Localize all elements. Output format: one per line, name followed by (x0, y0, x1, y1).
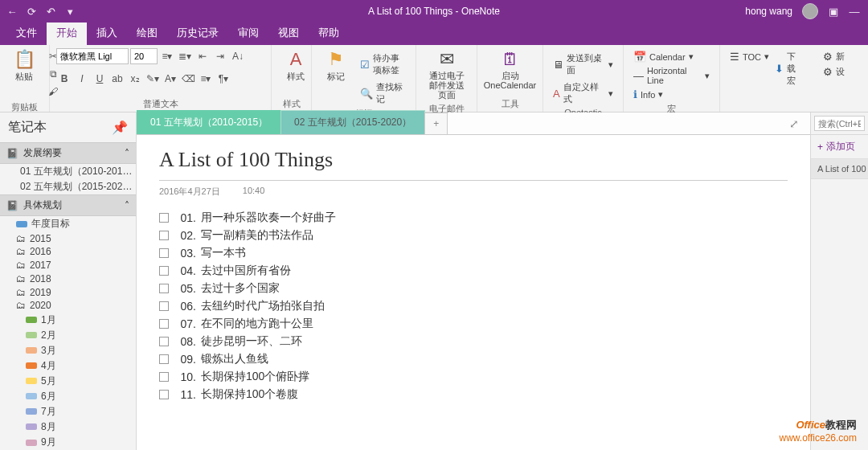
sidebar-item[interactable]: 01 五年规划（2010-201… (0, 164, 136, 179)
search-input[interactable] (814, 116, 865, 131)
checkbox-icon[interactable] (159, 337, 169, 346)
nav-back-icon[interactable]: ← (6, 6, 18, 17)
checkbox-icon[interactable] (159, 248, 169, 258)
send-desktop-button[interactable]: 🖥发送到桌面▾ (550, 51, 616, 77)
numbering-icon[interactable]: ≣▾ (177, 48, 193, 64)
todo-item[interactable]: 05.去过十多个国家 (159, 280, 788, 297)
pin-icon[interactable]: 📌 (112, 120, 128, 135)
highlight-icon[interactable]: ✎▾ (145, 71, 161, 87)
checkbox-icon[interactable] (159, 301, 169, 311)
user-name[interactable]: hong wang (745, 6, 792, 17)
sync-icon[interactable]: ⟳ (26, 6, 37, 17)
indent-icon[interactable]: ⇥ (212, 48, 228, 64)
minimize-icon[interactable]: — (849, 6, 860, 17)
checkbox-icon[interactable] (159, 390, 169, 399)
page-title[interactable]: A List of 100 Things (159, 148, 788, 181)
todo-item[interactable]: 07.在不同的地方跑十公里 (159, 315, 788, 333)
todo-item[interactable]: 08.徒步昆明一环、二环 (159, 333, 788, 350)
onecalendar-button[interactable]: 🗓启动OneCalendar (484, 48, 536, 92)
sidebar-subitem[interactable]: 6月 (0, 389, 136, 404)
italic-icon[interactable]: I (74, 71, 90, 87)
todo-tag-button[interactable]: ☑待办事项标签 (357, 51, 409, 77)
sidebar-item[interactable]: 🗂2020 (0, 299, 136, 313)
sidebar-section-2[interactable]: 📓具体规划˄ (0, 194, 136, 216)
checkbox-icon[interactable] (159, 213, 169, 223)
sidebar-subitem[interactable]: 2月 (0, 328, 136, 343)
sidebar-section-1[interactable]: 📓发展纲要˄ (0, 142, 136, 164)
align-icon[interactable]: ≡▾ (198, 71, 214, 87)
custom-styles-button[interactable]: A自定义样式▾ (550, 80, 616, 106)
sidebar-item[interactable]: 🗂2019 (0, 285, 136, 299)
bold-icon[interactable]: B (56, 71, 72, 87)
sidebar-subitem[interactable]: 4月 (0, 358, 136, 374)
sidebar-subitem[interactable]: 9月 (0, 435, 136, 450)
checkbox-icon[interactable] (159, 354, 169, 364)
tab-history[interactable]: 历史记录 (167, 22, 228, 45)
qat-dropdown-icon[interactable]: ▾ (64, 6, 76, 17)
paragraph-icon[interactable]: ¶▾ (215, 71, 231, 87)
sidebar-subitem[interactable]: 1月 (0, 313, 136, 328)
todo-list[interactable]: 01.用一种乐器吹奏一个好曲子02.写一副精美的书法作品03.写一本书04.去过… (159, 209, 788, 403)
ribbon-display-icon[interactable]: ▣ (828, 6, 839, 17)
underline-icon[interactable]: U (92, 71, 108, 87)
tab-view[interactable]: 视图 (268, 22, 309, 45)
macro-hr-button[interactable]: —Horizontal Line▾ (630, 65, 713, 86)
macro-settings-button[interactable]: ⚙设 (820, 65, 848, 79)
todo-item[interactable]: 03.写一本书 (159, 244, 788, 262)
todo-item[interactable]: 09.锻炼出人鱼线 (159, 350, 788, 368)
section-tab-active[interactable]: 01 五年规划（2010-2015） (137, 110, 281, 134)
page-list-item[interactable]: A List of 100 (811, 159, 868, 179)
font-name-input[interactable] (56, 48, 129, 64)
paste-button[interactable]: 📋 粘贴 (6, 48, 42, 84)
checkbox-icon[interactable] (159, 372, 169, 382)
subscript-icon[interactable]: x₂ (127, 71, 143, 87)
sidebar-subitem[interactable]: 7月 (0, 404, 136, 419)
section-tab[interactable]: 02 五年规划（2015-2020） (280, 110, 425, 134)
clear-format-icon[interactable]: ⌫ (180, 71, 196, 87)
font-size-input[interactable] (130, 48, 158, 64)
todo-item[interactable]: 11.长期保持100个卷腹 (159, 386, 788, 403)
tab-home[interactable]: 开始 (47, 22, 87, 45)
font-color-icon[interactable]: A▾ (162, 71, 178, 87)
tab-review[interactable]: 审阅 (228, 22, 268, 45)
tab-draw[interactable]: 绘图 (127, 22, 167, 45)
sidebar-item[interactable]: 年度目标 (0, 216, 136, 231)
sidebar-subitem[interactable]: 3月 (0, 343, 136, 358)
todo-item[interactable]: 04.去过中国所有省份 (159, 262, 788, 280)
checkbox-icon[interactable] (159, 284, 169, 293)
undo-icon[interactable]: ↶ (45, 6, 56, 17)
macro-new-button[interactable]: ⚙新 (820, 50, 848, 63)
email-page-button[interactable]: ✉通过电子邮件发送页面 (423, 48, 470, 101)
todo-item[interactable]: 02.写一副精美的书法作品 (159, 227, 788, 244)
sidebar-item[interactable]: 🗂2017 (0, 259, 136, 272)
avatar[interactable] (802, 3, 818, 19)
sidebar-subitem[interactable]: 5月 (0, 374, 136, 389)
sidebar-item[interactable]: 🗂2015 (0, 231, 136, 245)
checkbox-icon[interactable] (159, 266, 169, 276)
sidebar-item[interactable]: 🗂2018 (0, 272, 136, 285)
todo-item[interactable]: 01.用一种乐器吹奏一个好曲子 (159, 209, 788, 227)
checkbox-icon[interactable] (159, 319, 169, 329)
add-page-button[interactable]: +添加页 (811, 135, 868, 159)
tab-insert[interactable]: 插入 (87, 22, 127, 45)
download-macro-button[interactable]: ⬇下载宏 (772, 50, 807, 88)
macro-info-button[interactable]: ℹInfo▾ (630, 88, 666, 101)
todo-item[interactable]: 10.长期保持100个俯卧撑 (159, 368, 788, 386)
sidebar-subitem[interactable]: 8月 (0, 419, 136, 435)
strike-icon[interactable]: ab (109, 71, 125, 87)
section-tab-add[interactable]: + (424, 112, 448, 134)
tab-help[interactable]: 帮助 (309, 22, 349, 45)
sidebar-item[interactable]: 02 五年规划（2015-202… (0, 179, 136, 194)
expand-icon[interactable]: ⤢ (789, 117, 799, 130)
sort-icon[interactable]: A↓ (230, 48, 246, 64)
macro-calendar-button[interactable]: 📅Calendar▾ (630, 50, 697, 63)
todo-item[interactable]: 06.去纽约时代广场拍张自拍 (159, 297, 788, 315)
outdent-icon[interactable]: ⇤ (194, 48, 211, 64)
checkbox-icon[interactable] (159, 231, 169, 240)
tag-button[interactable]: ⚑标记 (318, 48, 354, 84)
styles-button[interactable]: A样式 (278, 48, 313, 84)
find-tags-button[interactable]: 🔍查找标记 (357, 80, 409, 106)
bullets-icon[interactable]: ≡▾ (159, 48, 175, 64)
sidebar-item[interactable]: 🗂2016 (0, 245, 136, 259)
tab-file[interactable]: 文件 (6, 22, 47, 45)
